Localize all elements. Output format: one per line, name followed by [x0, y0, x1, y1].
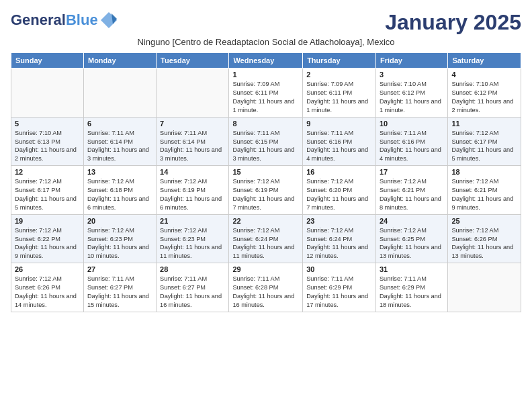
- day-number: 14: [160, 168, 225, 176]
- week-row-4: 19Sunrise: 7:12 AMSunset: 6:22 PMDayligh…: [11, 214, 521, 263]
- calendar-cell: 25Sunrise: 7:12 AMSunset: 6:26 PMDayligh…: [448, 214, 521, 263]
- day-number: 11: [451, 120, 517, 128]
- calendar-cell: [83, 68, 156, 118]
- calendar-cell: 27Sunrise: 7:11 AMSunset: 6:27 PMDayligh…: [83, 263, 156, 312]
- day-info: Sunrise: 7:11 AMSunset: 6:15 PMDaylight:…: [232, 129, 299, 164]
- day-number: 2: [306, 71, 372, 79]
- day-header-monday: Monday: [83, 53, 156, 68]
- day-number: 20: [87, 217, 152, 225]
- day-number: 16: [306, 168, 372, 176]
- calendar-cell: 1Sunrise: 7:09 AMSunset: 6:11 PMDaylight…: [229, 68, 303, 118]
- logo-general: GeneralBlue: [11, 13, 98, 28]
- calendar-cell: 24Sunrise: 7:12 AMSunset: 6:25 PMDayligh…: [375, 214, 447, 263]
- day-info: Sunrise: 7:12 AMSunset: 6:24 PMDaylight:…: [232, 226, 299, 261]
- day-info: Sunrise: 7:12 AMSunset: 6:22 PMDaylight:…: [15, 226, 80, 261]
- calendar-cell: 30Sunrise: 7:11 AMSunset: 6:29 PMDayligh…: [303, 263, 376, 312]
- calendar-cell: 16Sunrise: 7:12 AMSunset: 6:20 PMDayligh…: [303, 166, 376, 215]
- day-number: 29: [232, 265, 299, 273]
- day-number: 21: [160, 217, 225, 225]
- calendar-cell: 28Sunrise: 7:11 AMSunset: 6:27 PMDayligh…: [157, 263, 229, 312]
- calendar-cell: 7Sunrise: 7:11 AMSunset: 6:14 PMDaylight…: [157, 117, 229, 166]
- week-row-2: 5Sunrise: 7:10 AMSunset: 6:13 PMDaylight…: [11, 117, 521, 166]
- calendar-cell: 11Sunrise: 7:12 AMSunset: 6:17 PMDayligh…: [448, 117, 521, 166]
- calendar-table: SundayMondayTuesdayWednesdayThursdayFrid…: [11, 52, 521, 312]
- day-info: Sunrise: 7:12 AMSunset: 6:21 PMDaylight:…: [380, 177, 444, 212]
- day-info: Sunrise: 7:11 AMSunset: 6:16 PMDaylight:…: [380, 129, 444, 164]
- calendar-cell: [448, 263, 521, 312]
- calendar-cell: 21Sunrise: 7:12 AMSunset: 6:23 PMDayligh…: [157, 214, 229, 263]
- subtitle: Ninguno [Centro de Readaptacion Social d…: [11, 37, 521, 47]
- day-number: 27: [87, 265, 152, 273]
- day-info: Sunrise: 7:11 AMSunset: 6:29 PMDaylight:…: [380, 275, 444, 310]
- day-header-sunday: Sunday: [11, 53, 84, 68]
- day-info: Sunrise: 7:12 AMSunset: 6:24 PMDaylight:…: [306, 226, 372, 261]
- day-info: Sunrise: 7:12 AMSunset: 6:20 PMDaylight:…: [306, 177, 372, 212]
- day-number: 5: [15, 120, 80, 128]
- day-info: Sunrise: 7:10 AMSunset: 6:13 PMDaylight:…: [15, 129, 80, 164]
- day-info: Sunrise: 7:12 AMSunset: 6:17 PMDaylight:…: [451, 129, 517, 164]
- day-number: 18: [451, 168, 517, 176]
- day-number: 17: [380, 168, 444, 176]
- day-info: Sunrise: 7:12 AMSunset: 6:17 PMDaylight:…: [15, 177, 80, 212]
- logo-icon: [99, 11, 118, 30]
- day-number: 1: [232, 71, 299, 79]
- calendar-cell: [11, 68, 84, 118]
- day-number: 25: [451, 217, 517, 225]
- day-info: Sunrise: 7:12 AMSunset: 6:26 PMDaylight:…: [15, 275, 80, 310]
- day-number: 19: [15, 217, 80, 225]
- day-info: Sunrise: 7:10 AMSunset: 6:12 PMDaylight:…: [451, 80, 517, 115]
- day-info: Sunrise: 7:11 AMSunset: 6:16 PMDaylight:…: [306, 129, 372, 164]
- calendar-cell: [157, 68, 229, 118]
- calendar-cell: 13Sunrise: 7:12 AMSunset: 6:18 PMDayligh…: [83, 166, 156, 215]
- calendar-cell: 6Sunrise: 7:11 AMSunset: 6:14 PMDaylight…: [83, 117, 156, 166]
- day-header-saturday: Saturday: [448, 53, 521, 68]
- day-header-friday: Friday: [375, 53, 447, 68]
- day-number: 28: [160, 265, 225, 273]
- day-number: 4: [451, 71, 517, 79]
- day-info: Sunrise: 7:12 AMSunset: 6:18 PMDaylight:…: [87, 177, 152, 212]
- week-row-1: 1Sunrise: 7:09 AMSunset: 6:11 PMDaylight…: [11, 68, 521, 118]
- day-header-thursday: Thursday: [303, 53, 376, 68]
- day-number: 6: [87, 120, 152, 128]
- calendar-cell: 8Sunrise: 7:11 AMSunset: 6:15 PMDaylight…: [229, 117, 303, 166]
- day-info: Sunrise: 7:12 AMSunset: 6:21 PMDaylight:…: [451, 177, 517, 212]
- day-number: 31: [380, 265, 444, 273]
- day-info: Sunrise: 7:12 AMSunset: 6:25 PMDaylight:…: [380, 226, 444, 261]
- week-row-3: 12Sunrise: 7:12 AMSunset: 6:17 PMDayligh…: [11, 166, 521, 215]
- day-info: Sunrise: 7:11 AMSunset: 6:28 PMDaylight:…: [232, 275, 299, 310]
- calendar-cell: 5Sunrise: 7:10 AMSunset: 6:13 PMDaylight…: [11, 117, 84, 166]
- calendar-cell: 18Sunrise: 7:12 AMSunset: 6:21 PMDayligh…: [448, 166, 521, 215]
- day-number: 10: [380, 120, 444, 128]
- day-info: Sunrise: 7:11 AMSunset: 6:27 PMDaylight:…: [160, 275, 225, 310]
- day-info: Sunrise: 7:12 AMSunset: 6:19 PMDaylight:…: [160, 177, 225, 212]
- day-number: 8: [232, 120, 299, 128]
- calendar-cell: 31Sunrise: 7:11 AMSunset: 6:29 PMDayligh…: [375, 263, 447, 312]
- day-number: 23: [306, 217, 372, 225]
- calendar-cell: 19Sunrise: 7:12 AMSunset: 6:22 PMDayligh…: [11, 214, 84, 263]
- calendar-cell: 23Sunrise: 7:12 AMSunset: 6:24 PMDayligh…: [303, 214, 376, 263]
- day-info: Sunrise: 7:12 AMSunset: 6:23 PMDaylight:…: [87, 226, 152, 261]
- day-info: Sunrise: 7:11 AMSunset: 6:14 PMDaylight:…: [87, 129, 152, 164]
- logo: GeneralBlue: [11, 11, 118, 30]
- header: GeneralBlue January 2025: [11, 11, 521, 34]
- calendar-cell: 29Sunrise: 7:11 AMSunset: 6:28 PMDayligh…: [229, 263, 303, 312]
- day-number: 15: [232, 168, 299, 176]
- day-number: 3: [380, 71, 444, 79]
- calendar-cell: 10Sunrise: 7:11 AMSunset: 6:16 PMDayligh…: [375, 117, 447, 166]
- calendar-cell: 2Sunrise: 7:09 AMSunset: 6:11 PMDaylight…: [303, 68, 376, 118]
- day-header-wednesday: Wednesday: [229, 53, 303, 68]
- day-info: Sunrise: 7:09 AMSunset: 6:11 PMDaylight:…: [306, 80, 372, 115]
- day-info: Sunrise: 7:11 AMSunset: 6:14 PMDaylight:…: [160, 129, 225, 164]
- day-number: 12: [15, 168, 80, 176]
- calendar-cell: 15Sunrise: 7:12 AMSunset: 6:19 PMDayligh…: [229, 166, 303, 215]
- day-number: 26: [15, 265, 80, 273]
- calendar-cell: 22Sunrise: 7:12 AMSunset: 6:24 PMDayligh…: [229, 214, 303, 263]
- calendar-cell: 20Sunrise: 7:12 AMSunset: 6:23 PMDayligh…: [83, 214, 156, 263]
- day-header-tuesday: Tuesday: [157, 53, 229, 68]
- day-info: Sunrise: 7:12 AMSunset: 6:23 PMDaylight:…: [160, 226, 225, 261]
- calendar-cell: 3Sunrise: 7:10 AMSunset: 6:12 PMDaylight…: [375, 68, 447, 118]
- day-info: Sunrise: 7:09 AMSunset: 6:11 PMDaylight:…: [232, 80, 299, 115]
- day-number: 13: [87, 168, 152, 176]
- calendar-cell: 17Sunrise: 7:12 AMSunset: 6:21 PMDayligh…: [375, 166, 447, 215]
- day-info: Sunrise: 7:10 AMSunset: 6:12 PMDaylight:…: [380, 80, 444, 115]
